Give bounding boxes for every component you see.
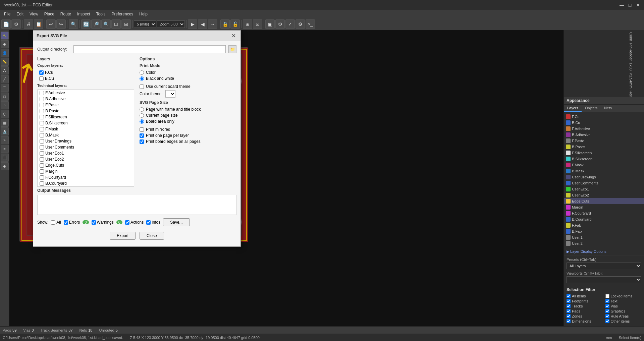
menu-help[interactable]: Help <box>137 11 150 17</box>
sf-zones[interactable]: Zones <box>567 314 603 318</box>
sf-footprints[interactable]: Footprints <box>567 299 603 303</box>
use-board-theme-checkbox[interactable] <box>140 84 144 89</box>
layer-bmask[interactable]: B.Mask <box>564 168 644 174</box>
search-button[interactable]: 🔍 <box>69 19 78 29</box>
zoom-actual-button[interactable]: ⊞ <box>121 19 131 29</box>
3d-button[interactable]: ▣ <box>265 19 275 29</box>
layer-bcourtyard[interactable]: B.Courtyard <box>564 216 644 222</box>
maximize-button[interactable]: □ <box>627 2 633 8</box>
menu-edit[interactable]: Edit <box>14 11 26 17</box>
draw-rect-tool[interactable]: □ <box>1 93 9 101</box>
grid2-button[interactable]: ⊡ <box>253 19 262 29</box>
warnings-checkbox[interactable] <box>92 220 96 225</box>
open-button[interactable]: ⚙ <box>11 19 21 29</box>
sf-graphics-checkbox[interactable] <box>605 309 609 313</box>
draw-circle-tool[interactable]: ○ <box>1 101 9 109</box>
sf-tracks[interactable]: Tracks <box>567 304 603 308</box>
layer-badhesive[interactable]: B.Adhesive <box>564 132 644 138</box>
sf-text-checkbox[interactable] <box>605 299 609 303</box>
layer-bcu[interactable]: B.Cu <box>564 120 644 126</box>
bw-radio-item[interactable]: Black and white <box>140 76 236 81</box>
sf-footprints-checkbox[interactable] <box>567 299 571 303</box>
actions-checkbox[interactable] <box>125 220 129 225</box>
pad-tool[interactable]: ⊛ <box>1 162 9 170</box>
all-checkbox[interactable] <box>51 220 55 225</box>
layer-user1[interactable]: User.1 <box>564 234 644 240</box>
current-page-radio-item[interactable]: Current page size <box>140 113 236 118</box>
layer-bpaste[interactable]: B.Paste <box>564 144 644 150</box>
color-radio[interactable] <box>140 70 144 75</box>
tech-layer-badhesive[interactable]: B.Adhesive <box>38 96 134 102</box>
sf-pads[interactable]: Pads <box>567 309 603 313</box>
redo-button[interactable]: ↪ <box>56 19 66 29</box>
sf-graphics[interactable]: Graphics <box>605 309 642 313</box>
layer-tool[interactable]: ≡ <box>1 145 9 153</box>
add-text-tool[interactable]: A <box>1 66 9 74</box>
tab-layers[interactable]: Layers <box>564 105 582 112</box>
fill-zone-tool[interactable]: ▦ <box>1 119 9 127</box>
output-dir-input[interactable] <box>73 45 226 53</box>
color-radio-item[interactable]: Color <box>140 70 236 75</box>
layer-display-options-label[interactable]: ▶ Layer Display Options <box>567 249 606 253</box>
board-area-radio-item[interactable]: Board area only <box>140 119 236 124</box>
tech-layer-bcourtyard[interactable]: B.Courtyard <box>38 180 134 186</box>
layer-display-options[interactable]: ▶ Layer Display Options <box>564 248 644 255</box>
menu-view[interactable]: View <box>27 11 41 17</box>
close-button[interactable]: Close <box>140 232 164 240</box>
tech-layer-userdrawings[interactable]: User.Drawings <box>38 138 134 144</box>
menu-place[interactable]: Place <box>42 11 57 17</box>
zoom-in-button[interactable]: 🔎 <box>91 19 101 29</box>
layer-bcu-checkbox[interactable] <box>39 76 44 81</box>
draw-polygon-tool[interactable]: ⬡ <box>1 110 9 118</box>
layer-fmask[interactable]: F.Mask <box>564 162 644 168</box>
export-button[interactable]: Export <box>110 232 136 240</box>
errors-checkbox-item[interactable]: Errors <box>64 220 80 225</box>
presets-select[interactable]: All Layers <box>567 263 641 269</box>
sf-locked[interactable]: Locked items <box>605 294 642 298</box>
scripting-tool[interactable]: > <box>1 136 9 144</box>
sf-allitems[interactable]: All items <box>567 294 603 298</box>
refresh-button[interactable]: 🔄 <box>81 19 91 29</box>
add-footprint-tool[interactable]: 👤 <box>1 49 9 57</box>
viewports-select[interactable]: --- <box>567 276 641 283</box>
color-theme-select[interactable] <box>165 90 175 98</box>
print-board-edges-item[interactable]: Print board edges on all pages <box>140 139 236 144</box>
draw-line-tool[interactable]: ╱ <box>1 75 9 83</box>
dialog-close-button[interactable]: ✕ <box>230 33 237 39</box>
tech-layer-usereco2[interactable]: User.Eco2 <box>38 156 134 162</box>
sf-locked-checkbox[interactable] <box>605 294 609 298</box>
bw-radio[interactable] <box>140 76 144 81</box>
pcb3d-tool[interactable]: ⬛ <box>1 154 9 162</box>
layer-usercomments[interactable]: User.Comments <box>564 180 644 186</box>
layer-user2[interactable]: User.2 <box>564 240 644 246</box>
close-button[interactable]: ✕ <box>635 2 641 8</box>
layer-fcu-item[interactable]: F.Cu <box>37 69 134 75</box>
draw-arc-tool[interactable]: ⌒ <box>1 84 9 92</box>
page-frame-radio-item[interactable]: Page with frame and title block <box>140 107 236 112</box>
unlock-button[interactable]: 🔓 <box>230 19 240 29</box>
tech-layer-usereco1[interactable]: User.Eco1 <box>38 150 134 156</box>
layer-fsilkscreen[interactable]: F.Silkscreen <box>564 150 644 156</box>
pcb-canvas-area[interactable]: Conn_PinHeader_1x03_P2.54mm_Horiz ↗ Expo… <box>9 30 564 326</box>
layer-ffab[interactable]: F.Fab <box>564 222 644 228</box>
sf-text[interactable]: Text <box>605 299 642 303</box>
actions-checkbox-item[interactable]: Actions <box>125 220 144 225</box>
console-button[interactable]: >_ <box>306 19 315 29</box>
measure-tool[interactable]: 📏 <box>1 58 9 66</box>
page-frame-radio[interactable] <box>140 107 144 112</box>
print-button[interactable]: 🖨 <box>24 19 33 29</box>
infos-checkbox-item[interactable]: Infos <box>146 220 160 225</box>
sf-ruleareas[interactable]: Rule Areas <box>605 314 642 318</box>
layer-fadhesive[interactable]: F.Adhesive <box>564 126 644 132</box>
layer-fpaste[interactable]: F.Paste <box>564 138 644 144</box>
tech-layer-usercomments[interactable]: User.Comments <box>38 144 134 150</box>
layer-fcu[interactable]: F.Cu <box>564 114 644 120</box>
tech-layer-margin[interactable]: Margin <box>38 168 134 174</box>
zoom-fit-button[interactable]: ⊡ <box>111 19 121 29</box>
tech-layer-fmask[interactable]: F.Mask <box>38 126 134 132</box>
menu-route[interactable]: Route <box>58 11 74 17</box>
all-checkbox-item[interactable]: All <box>51 220 61 225</box>
undo-button[interactable]: ↩ <box>46 19 56 29</box>
layer-usereco1[interactable]: User.Eco1 <box>564 186 644 192</box>
grid-button[interactable]: ⊞ <box>243 19 252 29</box>
